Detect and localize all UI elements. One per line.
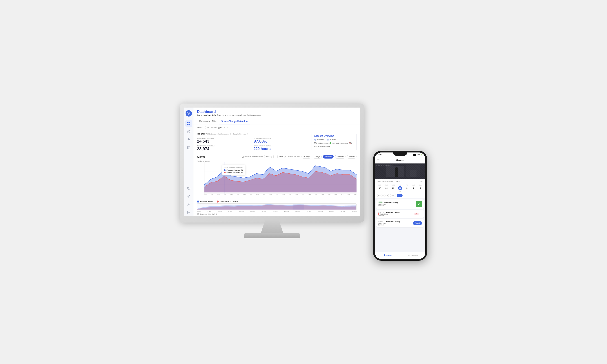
mini-date-8sep: 8 Sep [228, 210, 232, 212]
insights-grid: Total alarms processed 24,543 % of alarm… [197, 137, 309, 152]
filters-bar: Filters: Camera types: [193, 124, 360, 131]
chart-svg [204, 162, 356, 194]
between-hours-checkbox[interactable]: Between specific hours [242, 156, 263, 158]
alarm-dots-2[interactable]: ··· [420, 213, 422, 215]
logo-icon [187, 111, 191, 116]
phone-tab-alarms-icon [383, 254, 386, 256]
time-slots: 00h 01h 07h 15h [375, 193, 425, 198]
sidebar-item-alerts[interactable] [185, 136, 192, 143]
time-slot-01h[interactable]: 01h [383, 194, 389, 197]
day-thu[interactable]: THU 30 21 [398, 184, 402, 192]
day-fri-label: FRI [406, 184, 408, 186]
alarm-dots-1[interactable]: ··· [413, 203, 415, 205]
time-slot-07h[interactable]: 07h [390, 194, 396, 197]
alarm-card-3[interactable]: 15:07:02 400 North Ashley Main Office Co… [376, 219, 424, 227]
day-sun[interactable]: SUN 3 [419, 184, 422, 192]
alarms-title: Alarms [197, 156, 205, 158]
metric-pct: % of alarms filtered out 97.68% [254, 137, 309, 144]
svg-point-16 [208, 127, 208, 128]
alarm-card-1[interactable]: live 400 North Ashley Main Office Corrid… [376, 199, 424, 209]
metric-pct-value: 97.68% [254, 139, 309, 144]
sidebar-item-user[interactable] [185, 201, 192, 208]
svg-rect-4 [187, 124, 188, 125]
svg-rect-2 [187, 122, 188, 123]
sidebar-item-help[interactable] [185, 185, 192, 192]
mini-date-2sep: 2 Sep [197, 210, 201, 212]
svg-rect-3 [189, 122, 190, 123]
svg-rect-21 [314, 142, 316, 144]
day-tue[interactable]: TUE 28 [384, 184, 388, 192]
menu-icon[interactable]: ☰ [377, 159, 380, 162]
alarm-card-2[interactable]: 15:03:12 400 North Ashley Main Office Co… [376, 210, 424, 218]
mini-chart-svg [197, 204, 356, 209]
day-thu-alarms: 21 [399, 191, 401, 192]
alarm-check-btn-1[interactable]: ✓ [416, 201, 422, 207]
mini-chart [197, 203, 356, 210]
alarm-card-3-main: 15:07:02 400 North Ashley Main Office Co… [378, 221, 411, 226]
time-btn-6hours[interactable]: 6 hours [347, 155, 356, 158]
tab-scene-change[interactable]: Scene Change Detection [219, 119, 250, 124]
sidebar-item-currency[interactable] [185, 128, 192, 135]
phone-notch [393, 153, 407, 156]
x-tick-13h: 13h [289, 194, 291, 195]
alarm-actions-1: ··· ✓ [413, 201, 422, 207]
camera-thumbnail[interactable]: WIC1 Nov 18 2019 05:41:44 [375, 163, 425, 179]
sidebar-item-reports[interactable] [185, 144, 192, 151]
tab-false-alarm[interactable]: False Alarm Filter [197, 119, 219, 124]
day-mon[interactable]: MON 27 [378, 184, 382, 192]
x-tick-07h: 07h [250, 194, 252, 195]
mini-date-30sep: 30 Sep [352, 210, 356, 212]
time-from-input[interactable]: 03:00 [264, 155, 274, 158]
imac-screen: Dashboard Good evening, John Doe. Here i… [184, 108, 360, 216]
chart-legend: Total true alarms Total filtered out ala… [193, 200, 360, 203]
x-tick-09h: 09h [263, 194, 265, 195]
phone-device: 9:41 ▋▋▋ wifi 🔋 ☰ Alarms WIC1 Nov 18 201… [373, 151, 427, 261]
time-to-value: 11:00 [279, 156, 283, 158]
svg-point-20 [328, 139, 329, 140]
sidebar-item-settings[interactable] [185, 193, 192, 200]
time-to-input[interactable]: 11:00 [277, 155, 287, 158]
mini-chart-dates: 2 Sep 4 Sep 6 Sep 8 Sep 10 Sep 12 Sep 14… [193, 210, 360, 212]
phone-tab-liveview[interactable]: Live view [400, 252, 425, 259]
alarm-refresh-btn-3[interactable]: Refresh [413, 221, 422, 225]
day-fri[interactable]: FRI 1 [405, 184, 409, 192]
x-tick-06h: 06h [243, 194, 246, 195]
time-slot-15h[interactable]: 15h [397, 194, 403, 197]
date-label: Thursday 30 April 2020, GMT+1 [377, 180, 401, 182]
sidebar-item-dashboard[interactable] [185, 120, 192, 127]
x-tick-01h: 01h [211, 194, 213, 195]
insights-title: Insights [197, 133, 205, 135]
mini-date-28sep: 28 Sep [341, 210, 345, 212]
phone-screen: 9:41 ▋▋▋ wifi 🔋 ☰ Alarms WIC1 Nov 18 201… [375, 153, 425, 259]
mini-date-18sep: 18 Sep [284, 210, 289, 212]
camera-total-icon [314, 142, 317, 144]
info-row: Insights Within the selected timeframe (… [193, 131, 360, 154]
between-hours-input[interactable] [242, 156, 244, 158]
time-btn-30days[interactable]: 30 days [302, 155, 311, 158]
day-sat[interactable]: SAT 2 [412, 184, 416, 192]
day-thu-num: 30 [398, 186, 402, 190]
imac-bezel: Dashboard Good evening, John Doe. Here i… [180, 104, 364, 222]
time-btn-12hours[interactable]: 12 hours [335, 155, 345, 158]
mini-date-26sep: 26 Sep [329, 210, 334, 212]
sidebar-item-logout[interactable] [185, 209, 192, 216]
day-wed[interactable]: WED 29 [391, 184, 395, 192]
svg-point-11 [187, 187, 190, 189]
mini-date-4sep: 4 Sep [208, 210, 211, 212]
filter-button[interactable]: Filter [418, 180, 423, 182]
time-btn-7days[interactable]: 7 days [313, 155, 322, 158]
active-cameras-label: 121 active cameras [332, 142, 348, 144]
phone-tab-alarms[interactable]: Alarms [375, 252, 400, 259]
camera-types-filter[interactable]: Camera types: [205, 126, 228, 129]
time-btn-24hours[interactable]: 24 hours [323, 155, 334, 158]
sites-label: 51 sites [330, 139, 336, 141]
app-logo[interactable] [185, 110, 192, 117]
alarm-location-2b: Corridor [378, 215, 412, 217]
time-slot-00h[interactable]: 00h [377, 194, 383, 197]
svg-rect-36 [386, 166, 404, 177]
camera-overlay-text: WIC1 Nov 18 2019 05:41:44 [376, 164, 393, 166]
page-title: Dashboard [197, 110, 356, 114]
metric-filtered-value: 23,974 [197, 147, 252, 151]
mini-date-16sep: 16 Sep [273, 210, 277, 212]
chart-container[interactable]: Fri 24 Sep | 03:00–03:59 Processed alarm… [204, 162, 356, 194]
